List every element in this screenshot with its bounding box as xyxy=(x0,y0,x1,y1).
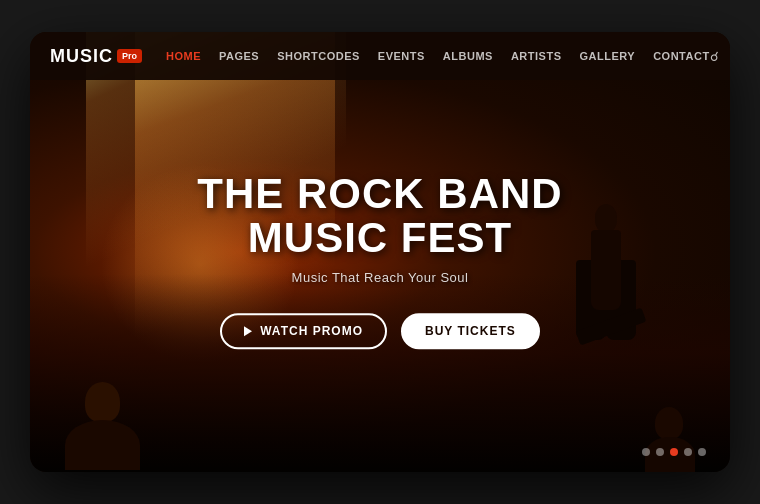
fg-right xyxy=(645,402,695,472)
slide-indicators xyxy=(642,448,706,456)
hero-section: MUSIC Pro HOME PAGES SHORTCODES EVENTS A… xyxy=(30,32,730,472)
hero-content: THE ROCK BAND MUSIC FEST Music That Reac… xyxy=(135,172,625,349)
nav-shortcodes[interactable]: SHORTCODES xyxy=(277,50,360,62)
foreground-person xyxy=(65,372,145,472)
nav-right: ☌ ENGLISH xyxy=(710,49,730,64)
logo: MUSIC Pro xyxy=(50,46,142,67)
browser-window: MUSIC Pro HOME PAGES SHORTCODES EVENTS A… xyxy=(30,32,730,472)
watch-promo-label: WatcH PROMO xyxy=(260,324,363,338)
slide-dot-1[interactable] xyxy=(642,448,650,456)
hero-title: THE ROCK BAND MUSIC FEST xyxy=(135,172,625,260)
hero-subtitle: Music That Reach Your Soul xyxy=(135,270,625,285)
buy-tickets-button[interactable]: BUY TICKETS xyxy=(401,313,540,349)
slide-dot-3[interactable] xyxy=(670,448,678,456)
watch-promo-button[interactable]: WatcH PROMO xyxy=(220,313,387,349)
slide-dot-4[interactable] xyxy=(684,448,692,456)
nav-albums[interactable]: ALBUMS xyxy=(443,50,493,62)
play-icon xyxy=(244,326,252,336)
nav-pages[interactable]: PAGES xyxy=(219,50,259,62)
search-icon[interactable]: ☌ xyxy=(710,49,719,64)
logo-badge: Pro xyxy=(117,49,142,63)
nav-gallery[interactable]: GALLERY xyxy=(579,50,635,62)
nav-contact[interactable]: CONTACT xyxy=(653,50,709,62)
hero-buttons: WatcH PROMO BUY TICKETS xyxy=(135,313,625,349)
navbar: MUSIC Pro HOME PAGES SHORTCODES EVENTS A… xyxy=(30,32,730,80)
hero-title-line2: MUSIC FEST xyxy=(248,214,512,261)
nav-home[interactable]: HOME xyxy=(166,50,201,62)
slide-dot-2[interactable] xyxy=(656,448,664,456)
nav-events[interactable]: EVENTS xyxy=(378,50,425,62)
fp-shoulder xyxy=(65,420,140,470)
nav-links: HOME PAGES SHORTCODES EVENTS ALBUMS ARTI… xyxy=(166,50,710,62)
logo-text: MUSIC xyxy=(50,46,113,67)
hero-title-line1: THE ROCK BAND xyxy=(197,170,562,217)
nav-artists[interactable]: ARTISTS xyxy=(511,50,562,62)
slide-dot-5[interactable] xyxy=(698,448,706,456)
fp-head xyxy=(85,382,120,422)
